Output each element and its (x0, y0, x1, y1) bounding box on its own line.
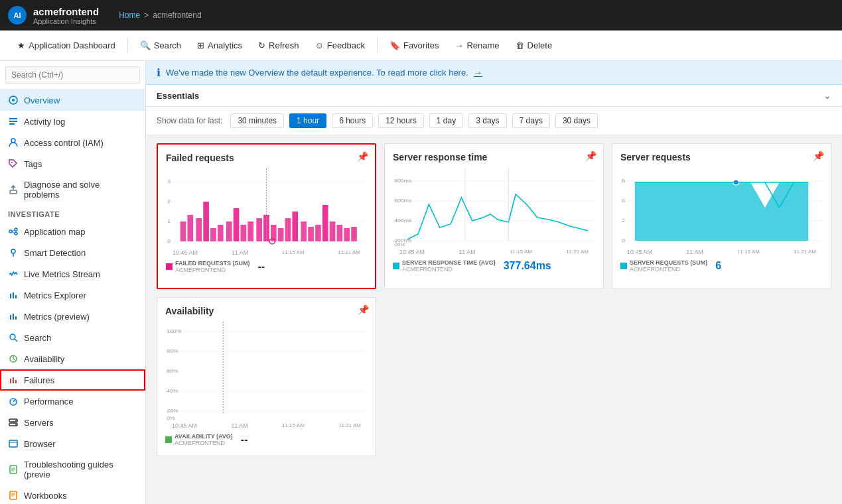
time-btn-1day[interactable]: 1 day (429, 113, 463, 128)
failed-requests-card: Failed requests 📌 3 2 1 0 (157, 143, 376, 289)
availability-legend: AVAILABILITY (AVG) ACMEFRONTEND -- (165, 433, 368, 446)
metrics-preview-icon (8, 311, 19, 322)
app-title: acmefrontend Application Insights (33, 6, 99, 25)
sidebar-item-workbooks[interactable]: Workbooks (0, 485, 145, 504)
banner-text: We've made the new Overview the default … (166, 68, 468, 78)
sidebar-item-overview[interactable]: Overview (0, 90, 145, 111)
live-metrics-icon (8, 269, 19, 279)
sidebar-label-metrics-explorer: Metrics Explorer (24, 290, 86, 300)
sidebar-item-search[interactable]: Search (0, 327, 145, 348)
time-filter-label: Show data for last: (157, 116, 222, 125)
sidebar-item-failures[interactable]: Failures (0, 369, 145, 391)
server-response-chart-area: 800ms 600ms 400ms 200ms 0ms (393, 168, 595, 247)
time-btn-1hr[interactable]: 1 hour (289, 113, 326, 128)
svg-rect-54 (187, 215, 193, 241)
sidebar-item-access-control[interactable]: Access control (IAM) (0, 132, 145, 153)
time-btn-7days[interactable]: 7 days (512, 113, 550, 128)
toolbar-delete[interactable]: 🗑 Delete (509, 37, 559, 54)
svg-rect-66 (278, 228, 284, 241)
server-requests-card: Server requests 📌 6 4 2 0 (612, 143, 831, 289)
time-btn-30min[interactable]: 30 minutes (230, 113, 284, 128)
toolbar-analytics[interactable]: ⊞ Analytics (190, 37, 249, 54)
failed-requests-chart-area: 3 2 1 0 (166, 168, 367, 248)
toolbar-app-dashboard[interactable]: ★ Application Dashboard (11, 37, 122, 54)
sidebar-item-diagnose[interactable]: Diagnose and solve problems (0, 174, 145, 205)
browser-icon (8, 438, 19, 449)
favorites-icon: 🔖 (389, 40, 400, 50)
svg-text:600ms: 600ms (394, 197, 411, 204)
sidebar-search-input[interactable] (5, 66, 140, 84)
sidebar: Overview Activity log Access control (IA… (0, 61, 146, 504)
sidebar-item-servers[interactable]: Servers (0, 412, 145, 433)
server-requests-chart-area: 6 4 2 0 (620, 168, 823, 247)
svg-text:0%: 0% (167, 414, 175, 421)
sidebar-item-live-metrics[interactable]: Live Metrics Stream (0, 263, 145, 284)
svg-rect-74 (337, 225, 343, 241)
svg-rect-7 (10, 190, 17, 194)
diagnose-icon (8, 184, 19, 195)
search-icon: 🔍 (140, 40, 151, 50)
svg-rect-56 (203, 202, 209, 241)
svg-rect-72 (322, 205, 328, 241)
sidebar-item-app-map[interactable]: Application map (0, 221, 145, 242)
sidebar-label-app-map: Application map (24, 227, 86, 237)
breadcrumb-home[interactable]: Home (119, 11, 140, 20)
essentials-bar: Essentials ⌄ (146, 85, 842, 107)
info-banner: ℹ We've made the new Overview the defaul… (146, 61, 842, 85)
svg-point-5 (11, 139, 15, 143)
tags-icon (8, 158, 19, 169)
svg-line-22 (15, 339, 17, 342)
breadcrumb-app: acmefrontend (153, 11, 201, 20)
time-btn-6hr[interactable]: 6 hours (332, 113, 373, 128)
time-btn-12hr[interactable]: 12 hours (378, 113, 424, 128)
server-requests-x-axis: 10:45 AM11 AM11:15 AM11:21 AM (620, 249, 823, 255)
pin-icon-availability[interactable]: 📌 (358, 304, 369, 315)
failed-requests-x-axis: 10:45 AM 11 AM 11:15 AM 11:21 AM (166, 249, 367, 256)
toolbar-rename[interactable]: → Rename (448, 37, 506, 54)
pin-icon-failed[interactable]: 📌 (357, 151, 368, 162)
server-response-legend: SERVER RESPONSE TIME (AVG) ACMEFRONTEND … (393, 259, 595, 273)
banner-link[interactable]: → (474, 68, 482, 78)
overview-icon (8, 95, 19, 105)
svg-rect-70 (308, 227, 314, 241)
svg-text:3: 3 (167, 178, 171, 184)
toolbar-separator-2 (377, 38, 378, 54)
sidebar-item-tags[interactable]: Tags (0, 153, 145, 174)
toolbar-refresh[interactable]: ↻ Refresh (251, 37, 306, 54)
sidebar-item-metrics-preview[interactable]: Metrics (preview) (0, 306, 145, 327)
sidebar-item-browser[interactable]: Browser (0, 433, 145, 454)
sidebar-label-activity-log: Activity log (24, 117, 65, 127)
sidebar-item-troubleshooting[interactable]: Troubleshooting guides (previe (0, 454, 145, 485)
svg-text:2: 2 (167, 198, 171, 204)
svg-rect-60 (234, 208, 240, 241)
time-filter: Show data for last: 30 minutes 1 hour 6 … (146, 107, 842, 135)
svg-rect-55 (196, 218, 202, 241)
top-bar: AI acmefrontend Application Insights Hom… (0, 0, 842, 31)
toolbar-feedback[interactable]: ☺ Feedback (309, 37, 372, 54)
availability-svg: 100% 80% 60% 40% 20% 0% (165, 322, 368, 421)
time-btn-3days[interactable]: 3 days (468, 113, 506, 128)
svg-point-13 (11, 249, 15, 253)
sidebar-item-performance[interactable]: Performance (0, 391, 145, 412)
pin-icon-response[interactable]: 📌 (585, 151, 596, 161)
failed-requests-legend-label: FAILED REQUESTS (SUM) (175, 260, 250, 267)
sidebar-item-availability[interactable]: Availability (0, 348, 145, 369)
analytics-icon: ⊞ (197, 40, 204, 50)
svg-marker-98 (635, 182, 808, 241)
sidebar-item-activity-log[interactable]: Activity log (0, 111, 145, 132)
sidebar-label-smart-detection: Smart Detection (24, 248, 86, 258)
sidebar-label-search: Search (24, 333, 51, 343)
dashboard-grid-row1: Failed requests 📌 3 2 1 0 (146, 135, 842, 297)
sidebar-item-metrics-explorer[interactable]: Metrics Explorer (0, 284, 145, 306)
essentials-toggle[interactable]: ⌄ (823, 90, 831, 101)
svg-rect-2 (9, 118, 17, 119)
svg-rect-59 (226, 221, 232, 241)
time-btn-30days[interactable]: 30 days (555, 113, 598, 128)
server-requests-legend-label: SERVER REQUESTS (SUM) (630, 259, 707, 266)
pin-icon-requests[interactable]: 📌 (813, 151, 824, 161)
sidebar-item-smart-detection[interactable]: Smart Detection (0, 242, 145, 263)
availability-card: Availability 📌 100% 80% 60% 40% 20% (157, 297, 376, 456)
toolbar-search[interactable]: 🔍 Search (133, 37, 188, 54)
toolbar-favorites[interactable]: 🔖 Favorites (383, 37, 445, 54)
sidebar-investigate-label: INVESTIGATE (0, 205, 145, 221)
